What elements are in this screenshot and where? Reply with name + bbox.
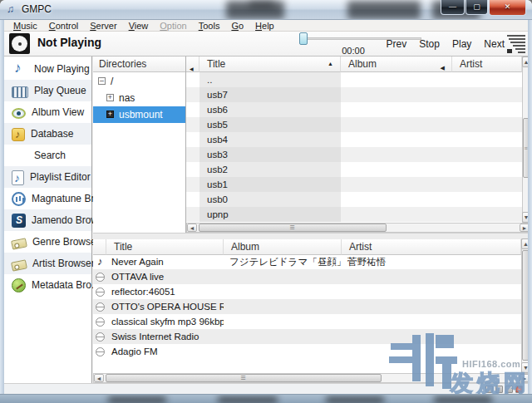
queue-row[interactable]: classical skyfm mp3 96kbps — [93, 314, 521, 329]
sidebar-item-search[interactable]: Search — [4, 145, 91, 166]
window-border-left — [0, 20, 4, 394]
sidebar-item-label: Album View — [32, 106, 84, 118]
queue-title-cell: Adagio FM — [106, 344, 224, 359]
file-browser-row[interactable]: usb5 — [186, 117, 522, 132]
row-expander-cell — [186, 72, 200, 87]
expand-icon[interactable]: + — [106, 94, 114, 101]
collapse-icon[interactable]: – — [98, 77, 106, 85]
file-browser-row[interactable]: usb0 — [186, 192, 522, 207]
row-expander-cell — [186, 87, 200, 102]
column-scroll-left-icon: ◀ — [190, 61, 194, 72]
file-browser-row[interactable]: usb4 — [186, 132, 522, 147]
file-browser-row[interactable]: upnp — [186, 207, 522, 222]
song-note-icon — [96, 256, 106, 267]
sidebar-item-database[interactable]: Database — [4, 123, 91, 145]
sidebar-item-label: Now Playing — [34, 63, 90, 75]
queue-scroll-left-icon[interactable]: ◄ — [94, 374, 104, 382]
row-artist-cell — [452, 177, 522, 192]
next-button[interactable]: Next — [484, 38, 505, 50]
status-icon-2[interactable] — [495, 386, 503, 393]
menu-option[interactable]: Option — [154, 21, 192, 31]
sidebar-item-play-queue[interactable]: Play Queue — [4, 80, 91, 101]
play-queue-icon — [12, 86, 28, 98]
menu-control[interactable]: Control — [43, 21, 84, 31]
status-icon-4[interactable] — [515, 386, 523, 393]
tree-node-nas[interactable]: +nas — [93, 90, 185, 106]
sidebar-item-now-playing[interactable]: Now Playing — [4, 58, 91, 80]
file-browser-row[interactable]: usb1 — [186, 177, 522, 192]
minimize-button[interactable]: — — [441, 0, 465, 15]
column-header-artist[interactable]: Artist — [452, 57, 522, 72]
row-artist-cell — [452, 87, 522, 102]
transport-controls: PrevStopPlayNext — [387, 38, 505, 50]
column-resize-left-icon: ◀ — [441, 61, 445, 72]
file-browser-row[interactable]: usb6 — [186, 102, 522, 117]
queue-title-cell: OTTO's OPERA HOUSE RADIO — [106, 299, 224, 314]
row-title-cell: usb7 — [200, 87, 341, 102]
file-browser-row[interactable]: usb7 — [186, 87, 522, 102]
sidebar-item-playlist-editor[interactable]: Playlist Editor — [4, 166, 91, 188]
row-artist-cell — [452, 207, 522, 222]
queue-column-header-title[interactable]: Title — [106, 239, 224, 255]
file-browser-row[interactable]: usb2 — [186, 162, 522, 177]
seek-slider-handle[interactable] — [299, 32, 308, 45]
queue-row[interactable]: OTTAVA live — [93, 269, 521, 284]
queue-hscroll-thumb[interactable]: ☰ — [106, 374, 382, 382]
prev-button[interactable]: Prev — [387, 38, 407, 50]
sidebar-item-artist-browser[interactable]: Artist Browser — [4, 253, 91, 274]
stop-button[interactable]: Stop — [419, 38, 440, 50]
row-album-cell — [341, 177, 452, 192]
sidebar-item-magnatune-browser[interactable]: Magnatune Br... — [4, 188, 91, 209]
status-icon-1[interactable] — [485, 386, 493, 393]
maximize-button[interactable]: ▢ — [466, 0, 488, 15]
column-header-title[interactable]: Title▲ — [200, 57, 341, 72]
queue-column-header-album[interactable]: Album — [224, 239, 342, 255]
expand-icon[interactable]: + — [106, 111, 114, 118]
artist-browser-icon — [11, 259, 27, 272]
row-expander-cell — [186, 102, 200, 117]
row-artist-cell — [452, 117, 522, 132]
volume-button[interactable] — [507, 34, 525, 54]
queue-row[interactable]: Swiss Internet Radio — [93, 329, 521, 344]
menu-server[interactable]: Server — [84, 21, 122, 31]
sidebar-item-genre-browser[interactable]: Genre Browser — [4, 231, 91, 253]
status-icon-3[interactable] — [505, 386, 513, 393]
tree-node-usbmount[interactable]: +usbmount — [93, 106, 185, 123]
row-title-cell: usb0 — [200, 192, 341, 207]
play-button[interactable]: Play — [452, 38, 471, 50]
sidebar-item-jamendo-browser[interactable]: Jamendo Brow... — [4, 209, 91, 231]
file-browser-row[interactable]: usb3 — [186, 147, 522, 162]
menu-tools[interactable]: Tools — [193, 21, 226, 31]
tree-node-[interactable]: –/ — [93, 73, 185, 90]
tree-node-label: usbmount — [119, 106, 163, 123]
row-title-cell: usb4 — [200, 132, 341, 147]
close-button[interactable]: ✕ — [489, 0, 526, 16]
radio-stream-icon — [96, 317, 105, 327]
queue-header-spacer — [93, 239, 106, 255]
tree-node-label: nas — [119, 90, 135, 106]
queue-row[interactable]: Never Againフジテレビドラマ「昼顔」オリジ...菅野祐悟 — [93, 254, 521, 269]
column-header-album[interactable]: Album◀ — [341, 57, 452, 72]
menu-view[interactable]: View — [123, 21, 155, 31]
queue-row[interactable]: Adagio FM — [93, 344, 521, 359]
row-artist-cell — [452, 72, 522, 87]
pane-splitter[interactable] — [93, 233, 530, 239]
directories-panel: Directories –/+nas+usbmount — [93, 57, 186, 233]
sidebar-item-metadata-browser[interactable]: Metadata Bro... — [4, 274, 91, 296]
menu-go[interactable]: Go — [225, 21, 249, 31]
sidebar-item-album-view[interactable]: Album View — [4, 101, 91, 123]
sidebar-item-label: Genre Browser — [32, 236, 100, 248]
file-browser-row[interactable]: .. — [186, 72, 522, 87]
menu-help[interactable]: Help — [249, 21, 280, 31]
queue-column-header-artist[interactable]: Artist — [342, 239, 521, 255]
queue-row[interactable]: reflector:46051 — [93, 284, 521, 299]
status-icons — [485, 386, 523, 393]
directories-header[interactable]: Directories — [93, 57, 185, 72]
radio-stream-icon — [96, 288, 105, 297]
queue-row[interactable]: OTTO's OPERA HOUSE RADIO — [93, 299, 521, 314]
file-browser-scroll-left-icon[interactable]: ◄ — [187, 224, 197, 232]
metadata-browser-icon — [12, 278, 26, 292]
row-album-cell — [341, 102, 452, 117]
file-browser-hscroll-thumb[interactable]: ☰ — [199, 224, 387, 232]
menu-music[interactable]: Music — [7, 21, 43, 31]
